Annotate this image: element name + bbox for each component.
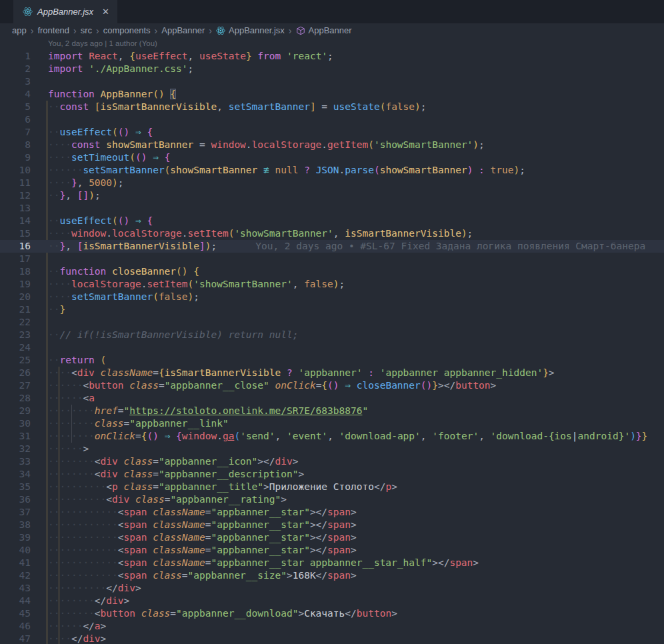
code-text: ········</div>	[48, 595, 129, 606]
code-line[interactable]: 31········onClick={() ⇒ {window.ga('send…	[0, 430, 664, 443]
line-number: 46	[0, 620, 48, 633]
code-line[interactable]: 45········<button class="appbanner__down…	[0, 607, 664, 620]
code-lines[interactable]: 1import React, {useEffect, useState} fro…	[0, 50, 664, 644]
code-line[interactable]: 36··········<div class="appbanner__ratin…	[0, 493, 664, 506]
code-line[interactable]: 38············<span className="appbanner…	[0, 519, 664, 531]
line-number: 19	[0, 278, 48, 291]
code-line[interactable]: 22	[0, 316, 664, 329]
code-line[interactable]: 12··}, []);	[0, 189, 664, 202]
breadcrumb-item-appbanner-file[interactable]: AppBanner.jsx	[216, 25, 285, 35]
code-text: ········<button class="appbanner__downlo…	[48, 608, 397, 619]
line-number: 23	[0, 329, 48, 341]
line-number: 12	[0, 189, 48, 202]
breadcrumb-item-src[interactable]: src	[81, 25, 92, 35]
code-line[interactable]: 10······setSmartBanner(showSmartBanner ≢…	[0, 164, 664, 177]
code-line[interactable]: 18··function closeBanner() {	[0, 265, 664, 278]
code-line[interactable]: 24	[0, 341, 664, 354]
code-text: ··useEffect(() ⇒ {	[48, 127, 153, 137]
code-line[interactable]: 6	[0, 113, 664, 126]
code-line[interactable]: 21··}	[0, 303, 664, 316]
code-line[interactable]: 34········<div class="appbanner__descrip…	[0, 468, 664, 481]
line-number: 24	[0, 341, 48, 354]
breadcrumb-item-frontend[interactable]: frontend	[37, 25, 69, 35]
line-number: 1	[0, 50, 48, 63]
code-line[interactable]: 39············<span className="appbanner…	[0, 531, 664, 544]
code-text: ············<span className="appbanner__…	[48, 557, 479, 568]
code-line[interactable]: 14··useEffect(() ⇒ {	[0, 215, 664, 227]
code-line[interactable]: 20····setSmartBanner(false);	[0, 291, 664, 303]
line-number: 28	[0, 392, 48, 405]
code-line[interactable]: 41············<span className="appbanner…	[0, 557, 664, 569]
breadcrumb-item-app[interactable]: app	[12, 25, 27, 35]
code-line[interactable]: 13	[0, 202, 664, 215]
code-line[interactable]: 42············<span class="appbanner__si…	[0, 569, 664, 582]
react-file-icon	[23, 7, 33, 17]
code-editor-window: AppBanner.jsx ✕ app › frontend › src › c…	[0, 0, 664, 644]
code-line[interactable]: 16··}, [isSmartBannerVisible]);You, 2 da…	[0, 240, 664, 253]
line-number: 29	[0, 405, 48, 417]
code-line[interactable]: 30········class="appbanner__link"	[0, 417, 664, 430]
code-text: ··function closeBanner() {	[48, 266, 199, 277]
breadcrumb-item-appbanner-symbol[interactable]: AppBanner	[296, 25, 352, 35]
breadcrumb-item-components[interactable]: components	[103, 25, 151, 35]
codelens-authors[interactable]: You, 2 days ago | 1 author (You)	[0, 37, 664, 50]
line-number: 17	[0, 253, 48, 265]
chevron-right-icon: ›	[73, 26, 77, 35]
line-number: 4	[0, 88, 48, 101]
code-line[interactable]: 2import './AppBanner.css';	[0, 63, 664, 75]
line-number: 7	[0, 126, 48, 139]
code-text: ······>	[48, 443, 89, 454]
line-number: 3	[0, 75, 48, 88]
line-number: 11	[0, 177, 48, 189]
code-line[interactable]: 11····}, 5000);	[0, 177, 664, 189]
code-line[interactable]: 23··// if(!isSmartBannerVisible) return …	[0, 329, 664, 341]
line-number: 8	[0, 139, 48, 151]
code-text: function AppBanner() {	[48, 89, 176, 99]
code-line[interactable]: 3	[0, 75, 664, 88]
code-text: import React, {useEffect, useState} from…	[48, 51, 333, 61]
tab-appbanner-jsx[interactable]: AppBanner.jsx ✕	[13, 0, 117, 23]
code-line[interactable]: 8····const showSmartBanner = window.loca…	[0, 139, 664, 151]
code-line[interactable]: 37············<span className="appbanner…	[0, 506, 664, 519]
code-line[interactable]: 4function AppBanner() {	[0, 88, 664, 101]
code-line[interactable]: 19····localStorage.setItem('showSmartBan…	[0, 278, 664, 291]
code-line[interactable]: 29········href="https://stoloto.onelink.…	[0, 405, 664, 417]
code-line[interactable]: 46······</a>	[0, 620, 664, 633]
line-number: 13	[0, 202, 48, 215]
code-line[interactable]: 25··return (	[0, 354, 664, 367]
code-text: ········href="https://stoloto.onelink.me…	[48, 405, 368, 416]
code-line[interactable]: 7··useEffect(() ⇒ {	[0, 126, 664, 139]
code-text: ··········<p class="appbanner__title">Пр…	[48, 481, 397, 492]
code-line[interactable]: 40············<span className="appbanner…	[0, 544, 664, 557]
line-number: 47	[0, 633, 48, 644]
code-line[interactable]: 26····<div className={isSmartBannerVisib…	[0, 367, 664, 379]
code-line[interactable]: 43··········</div>	[0, 582, 664, 595]
breadcrumb-item-appbanner-folder[interactable]: AppBanner	[161, 25, 205, 35]
line-number: 18	[0, 265, 48, 278]
code-text: ········<div class="appbanner__icon"></d…	[48, 456, 298, 467]
code-line[interactable]: 15····window.localStorage.setItem('showS…	[0, 227, 664, 240]
tab-title: AppBanner.jsx	[37, 7, 93, 17]
code-line[interactable]: 32······>	[0, 443, 664, 455]
code-line[interactable]: 5··const [isSmartBannerVisible, setSmart…	[0, 101, 664, 113]
line-number: 42	[0, 569, 48, 582]
code-line[interactable]: 33········<div class="appbanner__icon"><…	[0, 455, 664, 468]
code-text: ··}, [isSmartBannerVisible]);	[48, 241, 217, 251]
code-text: ············<span className="appbanner__…	[48, 532, 357, 543]
code-line[interactable]: 28······<a	[0, 392, 664, 405]
line-number: 35	[0, 481, 48, 493]
code-line[interactable]: 35··········<p class="appbanner__title">…	[0, 481, 664, 493]
line-number: 40	[0, 544, 48, 557]
close-icon[interactable]: ✕	[102, 7, 109, 17]
code-text: ··return (	[48, 355, 106, 365]
code-text: ······<a	[48, 393, 95, 403]
code-line[interactable]: 44········</div>	[0, 595, 664, 607]
code-line[interactable]: 27······<button class="appbanner__close"…	[0, 379, 664, 392]
chevron-right-icon: ›	[289, 26, 292, 35]
code-text: ··········</div>	[48, 583, 141, 593]
code-text: ····setSmartBanner(false);	[48, 291, 199, 302]
code-line[interactable]: 47····</div>	[0, 633, 664, 644]
code-line[interactable]: 17	[0, 253, 664, 265]
code-line[interactable]: 1import React, {useEffect, useState} fro…	[0, 50, 664, 63]
code-line[interactable]: 9····setTimeout(() ⇒ {	[0, 151, 664, 164]
